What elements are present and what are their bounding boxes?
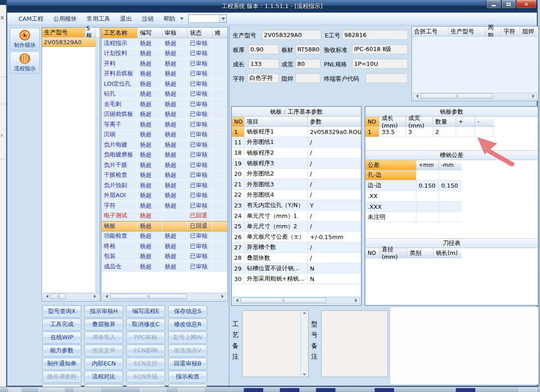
action-button[interactable]: 流程对比 — [84, 371, 123, 383]
scroll-right-icon[interactable] — [355, 299, 357, 302]
production-model-field[interactable]: 2V058329A0 — [262, 30, 321, 40]
process-row[interactable]: 开料杨超杨超已审核 — [102, 59, 227, 69]
process-row[interactable]: 等离子杨超杨超已审核 — [102, 120, 227, 130]
col-header-plus[interactable]: + — [456, 117, 475, 126]
action-button[interactable]: 修改信息R — [168, 318, 207, 330]
board-thickness-field[interactable]: 0.90 — [248, 44, 279, 54]
scrollbar-thumb[interactable] — [110, 294, 187, 299]
scrollbar-thumb[interactable] — [51, 294, 66, 299]
col-header-plus-mm[interactable]: +mm — [416, 160, 439, 170]
scroll-left-icon[interactable] — [46, 295, 48, 298]
merge-table-horizontal-scrollbar[interactable] — [413, 92, 537, 100]
process-row[interactable]: 成品仓杨超杨超已审核 — [102, 262, 227, 272]
action-button[interactable]: 取消修改C — [126, 318, 165, 330]
process-remark-vertical-scrollbar[interactable] — [300, 311, 308, 377]
taskbar[interactable] — [0, 387, 540, 392]
action-button[interactable]: 叠层验算 — [84, 318, 123, 330]
action-button[interactable]: 型号上网W — [168, 332, 207, 343]
pnl-spec-field[interactable]: 1P=10U — [352, 59, 408, 69]
scrollbar-thumb[interactable] — [420, 93, 493, 99]
col-header-solder-mask[interactable]: 阻焊 — [520, 27, 537, 36]
col-header-no[interactable]: NO — [232, 117, 245, 126]
col-header-mill-length[interactable]: 铣长(m) — [434, 248, 462, 258]
col-header-item[interactable]: 项目 — [245, 117, 308, 126]
col-header-production-model[interactable]: 生产型号 — [448, 27, 485, 36]
process-row[interactable]: LDI定位孔杨超杨超已审核 — [102, 79, 227, 89]
slot-tolerance-row[interactable]: .XX — [365, 191, 462, 202]
slot-tolerance-row[interactable]: .XXX — [365, 202, 462, 212]
menu-common-tools[interactable]: 常用工具 — [82, 14, 115, 24]
col-header-qty[interactable]: 数量 — [433, 117, 456, 126]
scrollbar-thumb[interactable] — [240, 298, 326, 303]
col-header-no[interactable]: NO — [365, 117, 379, 126]
slot-tolerance-row[interactable]: 边-边0.1500.150 — [365, 180, 462, 191]
action-button[interactable]: ECN文控 — [126, 358, 165, 369]
scroll-left-icon[interactable] — [236, 299, 238, 302]
action-button[interactable]: 内部ECN — [84, 358, 123, 369]
action-button[interactable]: PPC审核 — [126, 332, 165, 343]
end-customer-code-field[interactable] — [365, 73, 408, 83]
col-header-minus[interactable]: - — [475, 117, 494, 126]
col-header-difficulty[interactable]: 难 — [212, 28, 227, 38]
menu-caret-icon[interactable] — [180, 18, 184, 20]
taskbar-item[interactable] — [140, 388, 166, 392]
process-row[interactable]: 去毛刺杨超杨超已审核 — [102, 99, 227, 110]
action-button[interactable]: 回退审核B — [168, 358, 207, 369]
action-button[interactable]: ECN升级 — [126, 371, 165, 383]
combobox-dropdown-icon[interactable] — [219, 15, 226, 23]
taskbar-item[interactable] — [178, 388, 204, 392]
scroll-left-icon[interactable] — [106, 295, 108, 298]
taskbar-item[interactable] — [456, 388, 475, 392]
param-table-horizontal-scrollbar[interactable] — [233, 297, 360, 304]
param-row[interactable]: 18铣板程序2/ — [232, 148, 361, 158]
action-button[interactable]: 制作通知单 — [42, 358, 81, 369]
process-row[interactable]: 电子测试杨超已回退 — [102, 211, 227, 221]
scroll-down-icon[interactable] — [303, 374, 306, 376]
sidebar-button-make-module[interactable]: 制作模块 — [10, 28, 40, 50]
model-column-header[interactable]: 生产型号 — [42, 28, 85, 37]
sidebar-button-process-instruction[interactable]: 流程指示 — [10, 51, 40, 74]
col-header-diameter[interactable]: 直径(mm) — [379, 248, 407, 258]
param-row[interactable]: 19铣板程序3/ — [232, 158, 361, 169]
col-header-auditor[interactable]: 审核 — [162, 28, 188, 38]
model-remark-textarea[interactable] — [321, 310, 388, 377]
param-row[interactable]: 25单元尺寸（mm）2/ — [232, 221, 361, 232]
model-row-selected[interactable]: 2V058329A0 — [42, 37, 96, 47]
process-row[interactable]: 开料后烘板杨超杨超已审核 — [102, 69, 227, 79]
action-button[interactable]: 指示检查 — [168, 371, 207, 383]
col-header-category[interactable]: 类别 — [407, 248, 434, 258]
taskbar-item[interactable] — [280, 388, 300, 392]
action-button[interactable]: 编写流程E — [126, 305, 165, 317]
param-row[interactable]: 24单元尺寸（mm）1/ — [232, 211, 361, 221]
taskbar-item[interactable] — [374, 388, 394, 392]
process-row[interactable]: 终检杨超杨超已审核 — [102, 241, 227, 252]
action-button[interactable]: 接外调资料 — [42, 371, 81, 383]
col-header-status[interactable]: 状态 — [188, 28, 212, 38]
action-button[interactable]: 保存信息S — [168, 305, 207, 317]
col-header-cycle[interactable]: 周期 — [485, 27, 501, 36]
param-row[interactable]: 30外形采用粗铣+精铣...N — [232, 274, 361, 284]
menu-help[interactable]: 帮助 — [158, 14, 180, 24]
solder-mask-field[interactable] — [295, 73, 320, 83]
taskbar-item[interactable] — [38, 388, 65, 392]
scroll-right-icon[interactable] — [222, 295, 224, 298]
window-maximize-button[interactable] — [501, 0, 516, 9]
col-header-no[interactable]: NO — [365, 248, 379, 258]
quick-select-combobox[interactable] — [188, 14, 227, 23]
col-header-minus-mm[interactable]: -mm — [439, 160, 462, 170]
col-header-writer[interactable]: 编写 — [138, 28, 162, 38]
param-row[interactable]: 20外形图纸2/ — [232, 169, 361, 179]
col-header-width[interactable]: 成宽(mm) — [406, 117, 433, 126]
process-row[interactable]: 沉铜前烘板杨超杨超已审核 — [102, 110, 227, 120]
process-row[interactable]: 负电镀磨板杨超杨超已审核 — [102, 150, 227, 161]
param-row[interactable]: 26单元板尺寸公差（±）+/-0.15mm — [232, 232, 361, 242]
param-row[interactable]: 11外形图纸1/ — [232, 137, 361, 148]
process-row[interactable]: 功能检查杨超杨超已审核 — [102, 231, 227, 242]
vertical-splitter[interactable] — [229, 26, 230, 386]
action-button[interactable]: 型号查询X — [42, 305, 81, 317]
process-row[interactable]: 铣板杨超已回退 — [102, 221, 227, 231]
param-row[interactable]: 23有无内定位孔（Y/N）Y — [232, 200, 361, 211]
taskbar-item[interactable] — [74, 388, 101, 392]
taskbar-clock[interactable] — [519, 388, 537, 392]
slot-tolerance-row[interactable]: 未注明 — [365, 212, 462, 222]
